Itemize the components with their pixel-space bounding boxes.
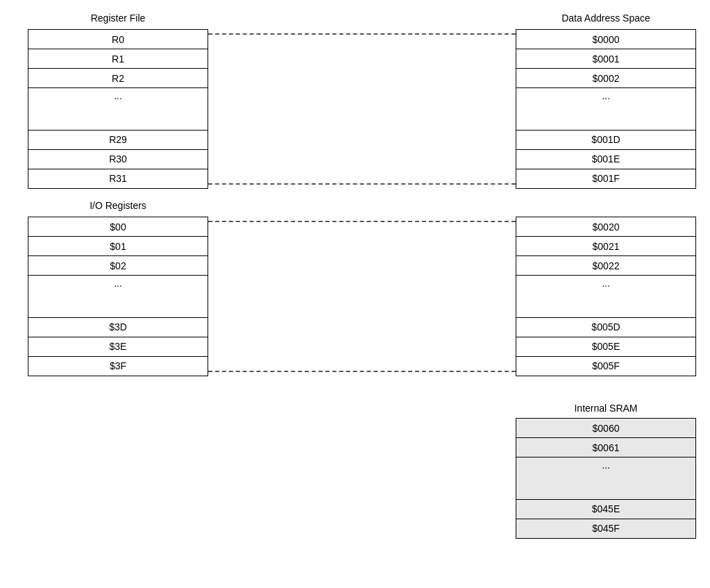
table-row-dots: ... [28, 276, 208, 292]
register-file-table: R0 R1 R2 ... R29 R30 R31 [28, 29, 208, 189]
internal-sram-table: $0060 $0061 ... $045E $045F [516, 418, 696, 539]
table-row: $005D [516, 317, 696, 337]
table-row: $3E [28, 337, 208, 356]
table-row: $3F [28, 356, 208, 376]
table-row: $001F [516, 169, 696, 188]
table-row: R1 [28, 49, 208, 69]
table-row: R31 [28, 169, 208, 188]
register-file-title: Register File [28, 12, 208, 24]
data-reg-rows: $0000 $0001 $0002 ... $001D $001E $001F [516, 29, 696, 189]
data-reg-table: $0000 $0001 $0002 ... $001D $001E $001F [516, 29, 696, 189]
dashed-line-reg-top [208, 33, 516, 35]
table-row: $045F [516, 519, 696, 538]
table-row-dots: ... [28, 88, 208, 104]
io-registers-table: $00 $01 $02 ... $3D $3E $3F [28, 217, 208, 376]
dashed-line-io-bottom [208, 371, 516, 372]
table-row: R0 [28, 30, 208, 49]
table-row: $0022 [516, 256, 696, 276]
table-row: $0001 [516, 49, 696, 69]
table-row: R30 [28, 149, 208, 169]
table-row-dots: ... [516, 457, 696, 473]
table-row-dots: ... [516, 276, 696, 292]
table-row-spacer [516, 103, 696, 130]
table-row: $001E [516, 149, 696, 169]
table-row: $0002 [516, 69, 696, 88]
table-row: $0020 [516, 217, 696, 237]
table-row: $045E [516, 499, 696, 519]
dashed-line-io-top [208, 221, 516, 222]
table-row: $0021 [516, 237, 696, 256]
internal-sram-title: Internal SRAM [516, 403, 696, 414]
table-row: $0000 [516, 30, 696, 49]
table-row-spacer [28, 291, 208, 317]
io-reg-rows: $00 $01 $02 ... $3D $3E $3F [28, 217, 208, 376]
table-row-spacer [28, 103, 208, 130]
data-io-rows: $0020 $0021 $0022 ... $005D $005E $005F [516, 217, 696, 376]
io-registers-title: I/O Registers [28, 200, 208, 211]
data-io-table: $0020 $0021 $0022 ... $005D $005E $005F [516, 217, 696, 376]
table-row-spacer [516, 291, 696, 317]
table-row: R2 [28, 69, 208, 88]
table-row-dots: ... [516, 88, 696, 104]
data-address-space-title: Data Address Space [516, 12, 696, 24]
table-row: $02 [28, 256, 208, 276]
diagram-container: Register File R0 R1 R2 ... R29 R30 R31 I… [0, 0, 710, 588]
reg-file-rows: R0 R1 R2 ... R29 R30 R31 [28, 29, 208, 189]
table-row: $3D [28, 317, 208, 337]
dashed-line-reg-bottom [208, 183, 516, 185]
table-row-spacer [516, 473, 696, 499]
table-row: $005E [516, 337, 696, 356]
table-row: $005F [516, 356, 696, 376]
table-row: $0060 [516, 419, 696, 438]
sram-rows: $0060 $0061 ... $045E $045F [516, 418, 696, 539]
table-row: $00 [28, 217, 208, 237]
table-row: $0061 [516, 438, 696, 457]
table-row: $001D [516, 130, 696, 149]
table-row: $01 [28, 237, 208, 256]
table-row: R29 [28, 130, 208, 149]
